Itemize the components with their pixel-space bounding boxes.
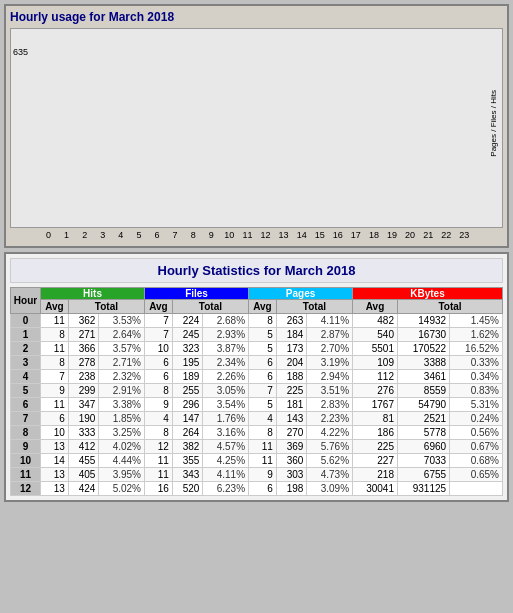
cell-7-12: 0.24% (450, 412, 503, 426)
cell-11-4: 11 (145, 468, 173, 482)
cell-11-7: 9 (249, 468, 277, 482)
cell-7-6: 1.76% (203, 412, 249, 426)
cell-3-2: 278 (68, 356, 99, 370)
cell-5-4: 8 (145, 384, 173, 398)
x-label-4: 4 (112, 230, 129, 240)
x-label-2: 2 (76, 230, 93, 240)
cell-2-12: 16.52% (450, 342, 503, 356)
cell-9-6: 4.57% (203, 440, 249, 454)
hits-header: Hits (41, 288, 145, 300)
cell-6-6: 3.54% (203, 398, 249, 412)
x-label-10: 10 (221, 230, 238, 240)
cell-0-6: 2.68% (203, 314, 249, 328)
cell-4-10: 112 (353, 370, 398, 384)
cell-2-3: 3.57% (99, 342, 145, 356)
cell-7-8: 143 (276, 412, 307, 426)
files-avg-header: Avg (145, 300, 173, 314)
cell-0-7: 8 (249, 314, 277, 328)
cell-9-10: 225 (353, 440, 398, 454)
cell-9-2: 412 (68, 440, 99, 454)
cell-5-5: 255 (172, 384, 203, 398)
cell-2-0: 2 (11, 342, 41, 356)
cell-7-9: 2.23% (307, 412, 353, 426)
cell-11-12: 0.65% (450, 468, 503, 482)
hour-header: Hour (11, 288, 41, 314)
cell-7-7: 4 (249, 412, 277, 426)
x-label-15: 15 (311, 230, 328, 240)
cell-10-10: 227 (353, 454, 398, 468)
cell-4-1: 7 (41, 370, 69, 384)
table-row: 0113623.53%72242.68%82634.11%482149321.4… (11, 314, 503, 328)
cell-1-5: 245 (172, 328, 203, 342)
cell-2-7: 5 (249, 342, 277, 356)
cell-9-7: 11 (249, 440, 277, 454)
pages-total-header: Total (276, 300, 352, 314)
cell-6-0: 6 (11, 398, 41, 412)
x-label-20: 20 (402, 230, 419, 240)
cell-5-6: 3.05% (203, 384, 249, 398)
cell-12-10: 30041 (353, 482, 398, 496)
cell-4-9: 2.94% (307, 370, 353, 384)
cell-5-3: 2.91% (99, 384, 145, 398)
cell-7-5: 147 (172, 412, 203, 426)
cell-1-10: 540 (353, 328, 398, 342)
cell-0-3: 3.53% (99, 314, 145, 328)
x-label-8: 8 (185, 230, 202, 240)
cell-12-6: 6.23% (203, 482, 249, 496)
x-label-12: 12 (257, 230, 274, 240)
cell-8-7: 8 (249, 426, 277, 440)
cell-4-4: 6 (145, 370, 173, 384)
cell-11-8: 303 (276, 468, 307, 482)
x-label-17: 17 (347, 230, 364, 240)
cell-2-8: 173 (276, 342, 307, 356)
cell-11-6: 4.11% (203, 468, 249, 482)
stats-table: Hour Hits Files Pages KBytes Avg Total A… (10, 287, 503, 496)
cell-8-12: 0.56% (450, 426, 503, 440)
y-axis-label: 635 (13, 47, 28, 57)
x-label-0: 0 (40, 230, 57, 240)
cell-0-5: 224 (172, 314, 203, 328)
cell-3-1: 8 (41, 356, 69, 370)
cell-8-1: 10 (41, 426, 69, 440)
cell-2-10: 5501 (353, 342, 398, 356)
cell-2-2: 366 (68, 342, 99, 356)
cell-8-3: 3.25% (99, 426, 145, 440)
cell-8-8: 270 (276, 426, 307, 440)
cell-12-8: 198 (276, 482, 307, 496)
cell-11-0: 11 (11, 468, 41, 482)
cell-3-8: 204 (276, 356, 307, 370)
cell-10-8: 360 (276, 454, 307, 468)
table-row: 8103333.25%82643.16%82704.22%18657780.56… (11, 426, 503, 440)
x-label-16: 16 (329, 230, 346, 240)
cell-6-10: 1767 (353, 398, 398, 412)
cell-0-1: 11 (41, 314, 69, 328)
cell-1-1: 8 (41, 328, 69, 342)
cell-12-5: 520 (172, 482, 203, 496)
cell-1-11: 16730 (397, 328, 449, 342)
cell-3-11: 3388 (397, 356, 449, 370)
cell-9-4: 12 (145, 440, 173, 454)
x-label-18: 18 (365, 230, 382, 240)
cell-6-7: 5 (249, 398, 277, 412)
cell-1-2: 271 (68, 328, 99, 342)
cell-6-1: 11 (41, 398, 69, 412)
cell-3-12: 0.33% (450, 356, 503, 370)
cell-11-3: 3.95% (99, 468, 145, 482)
cell-1-8: 184 (276, 328, 307, 342)
cell-10-4: 11 (145, 454, 173, 468)
cell-0-0: 0 (11, 314, 41, 328)
cell-6-12: 5.31% (450, 398, 503, 412)
cell-10-1: 14 (41, 454, 69, 468)
bars-wrapper (41, 49, 472, 207)
cell-6-11: 54790 (397, 398, 449, 412)
x-axis: 01234567891011121314151617181920212223 (10, 228, 503, 242)
chart-area: 635 Pages / Files / Hits (10, 28, 503, 228)
x-label-19: 19 (383, 230, 400, 240)
cell-5-7: 7 (249, 384, 277, 398)
cell-5-11: 8559 (397, 384, 449, 398)
cell-5-2: 299 (68, 384, 99, 398)
cell-5-9: 3.51% (307, 384, 353, 398)
cell-0-4: 7 (145, 314, 173, 328)
cell-1-0: 1 (11, 328, 41, 342)
table-row: 10144554.44%113554.25%113605.62%22770330… (11, 454, 503, 468)
